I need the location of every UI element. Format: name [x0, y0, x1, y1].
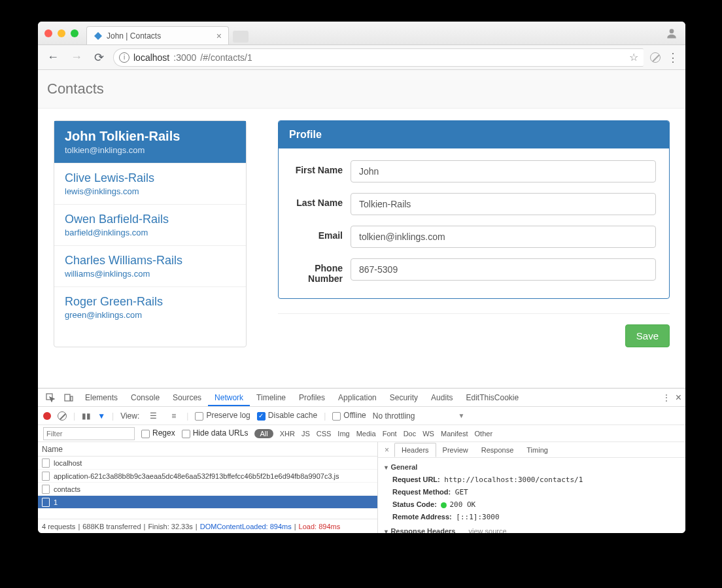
devtools-tab-editthiscookie[interactable]: EditThisCookie	[459, 389, 525, 406]
contact-item[interactable]: Clive Lewis-Railslewis@inklings.com	[54, 164, 246, 205]
contact-item[interactable]: Roger Green-Railsgreen@inklings.com	[54, 287, 246, 328]
device-icon[interactable]	[60, 392, 77, 404]
filter-type-xhr[interactable]: XHR	[280, 430, 295, 438]
filter-input[interactable]	[43, 427, 135, 440]
divider	[278, 313, 670, 314]
tab-title: John | Contacts	[107, 31, 161, 41]
browser-menu-icon[interactable]: ⋮	[667, 50, 679, 65]
detail-tab-preview[interactable]: Preview	[436, 443, 475, 457]
filter-type-js[interactable]: JS	[301, 430, 310, 438]
filter-type-doc[interactable]: Doc	[404, 430, 417, 438]
detail-tab-headers[interactable]: Headers	[394, 443, 436, 457]
detail-tab-timing[interactable]: Timing	[520, 443, 555, 457]
filter-type-css[interactable]: CSS	[317, 430, 332, 438]
devtools-tab-profiles[interactable]: Profiles	[292, 389, 332, 406]
request-row[interactable]: application-621c3a88b8b9c3aeaa5dc48e6aa5…	[38, 470, 377, 483]
request-row[interactable]: localhost	[38, 457, 377, 470]
phone-input[interactable]	[351, 258, 656, 281]
devtools-tab-network[interactable]: Network	[208, 389, 250, 406]
large-rows-icon[interactable]: ☰	[146, 410, 161, 422]
filter-type-other[interactable]: Other	[475, 430, 493, 438]
back-button[interactable]: ←	[44, 49, 61, 65]
response-headers-section[interactable]: Response Headersview source	[383, 527, 680, 533]
first-name-input[interactable]	[351, 160, 656, 182]
devtools-tab-elements[interactable]: Elements	[78, 389, 124, 406]
contact-name: Clive Lewis-Rails	[65, 171, 235, 185]
hide-data-urls-checkbox[interactable]: Hide data URLs	[182, 428, 249, 438]
devtools-tab-security[interactable]: Security	[383, 389, 424, 406]
filter-type-manifest[interactable]: Manifest	[441, 430, 468, 438]
url-port: :3000	[173, 52, 196, 63]
url-host: localhost	[133, 52, 169, 63]
disable-cache-checkbox[interactable]: Disable cache	[257, 411, 317, 420]
bookmark-icon[interactable]: ☆	[629, 51, 638, 63]
phone-label: Phone Number	[292, 258, 351, 284]
inspect-icon[interactable]	[42, 392, 59, 404]
request-row[interactable]: contacts	[38, 483, 377, 496]
general-section[interactable]: General	[383, 463, 680, 471]
address-bar[interactable]: i localhost:3000/#/contacts/1 ☆	[113, 48, 644, 67]
email-label: Email	[292, 226, 351, 241]
request-name: 1	[54, 498, 58, 506]
close-window-icon[interactable]	[44, 29, 52, 37]
devtools-close-icon[interactable]: ×	[676, 392, 681, 404]
preserve-log-checkbox[interactable]: Preserve log	[195, 411, 250, 420]
page-content: Contacts John Tolkien-Railstolkien@inkli…	[38, 70, 685, 388]
detail-tab-response[interactable]: Response	[475, 443, 521, 457]
request-name: contacts	[54, 485, 80, 493]
document-icon	[42, 498, 50, 507]
save-button[interactable]: Save	[625, 324, 670, 347]
clear-icon[interactable]	[58, 411, 67, 421]
contact-item[interactable]: Charles Williams-Railswilliams@inklings.…	[54, 246, 246, 287]
waterfall-icon[interactable]: ≡	[167, 410, 180, 422]
regex-checkbox[interactable]: Regex	[141, 428, 175, 438]
filter-icon[interactable]: ▼	[97, 411, 105, 421]
close-detail-icon[interactable]: ×	[381, 445, 393, 455]
new-tab-button[interactable]	[233, 31, 249, 43]
contact-email: lewis@inklings.com	[65, 186, 235, 196]
name-column-header[interactable]: Name	[38, 442, 377, 457]
profile-panel-title: Profile	[279, 121, 669, 148]
filter-type-font[interactable]: Font	[383, 430, 397, 438]
view-source-link[interactable]: view source	[468, 527, 506, 533]
email-input[interactable]	[351, 226, 656, 248]
minimize-window-icon[interactable]	[58, 29, 65, 37]
maximize-window-icon[interactable]	[71, 29, 78, 37]
devtools-tabs: ElementsConsoleSourcesNetworkTimelinePro…	[38, 389, 685, 407]
devtools-tab-application[interactable]: Application	[332, 389, 383, 406]
svg-rect-3	[65, 394, 70, 401]
url-path: /#/contacts/1	[200, 52, 252, 63]
devtools-tab-sources[interactable]: Sources	[166, 389, 208, 406]
offline-checkbox[interactable]: Offline	[332, 411, 366, 420]
document-icon	[42, 472, 50, 481]
traffic-lights	[44, 29, 78, 37]
devtools-tab-console[interactable]: Console	[124, 389, 166, 406]
request-name: localhost	[54, 459, 82, 467]
account-icon[interactable]	[664, 26, 679, 41]
devtools-panel: ElementsConsoleSourcesNetworkTimelinePro…	[38, 388, 685, 533]
first-name-label: First Name	[292, 160, 351, 175]
filter-type-img[interactable]: Img	[337, 430, 349, 438]
capture-icon[interactable]: ▮▮	[82, 411, 91, 421]
devtools-tab-audits[interactable]: Audits	[424, 389, 459, 406]
filter-type-ws[interactable]: WS	[422, 430, 434, 438]
stop-icon[interactable]	[650, 52, 661, 63]
devtools-tab-timeline[interactable]: Timeline	[250, 389, 292, 406]
forward-button[interactable]: →	[68, 49, 85, 65]
request-row[interactable]: 1	[38, 496, 377, 509]
last-name-input[interactable]	[351, 193, 656, 215]
profile-panel: Profile First Name Last Name Email	[278, 120, 670, 299]
filter-type-all[interactable]: All	[254, 429, 273, 438]
reload-button[interactable]: ⟳	[92, 49, 107, 66]
contact-item[interactable]: John Tolkien-Railstolkien@inklings.com	[54, 121, 246, 164]
close-tab-icon[interactable]: ×	[216, 31, 222, 41]
page-title: Contacts	[38, 70, 685, 109]
devtools-more-icon[interactable]: ⋮	[662, 393, 670, 402]
site-info-icon[interactable]: i	[119, 52, 129, 63]
browser-tab[interactable]: John | Contacts ×	[86, 26, 229, 44]
filter-type-media[interactable]: Media	[356, 430, 376, 438]
contact-item[interactable]: Owen Barfield-Railsbarfield@inklings.com	[54, 205, 246, 246]
throttling-select[interactable]: No throttling▼	[373, 411, 465, 421]
contact-name: Owen Barfield-Rails	[65, 213, 235, 226]
record-icon[interactable]	[43, 412, 51, 420]
